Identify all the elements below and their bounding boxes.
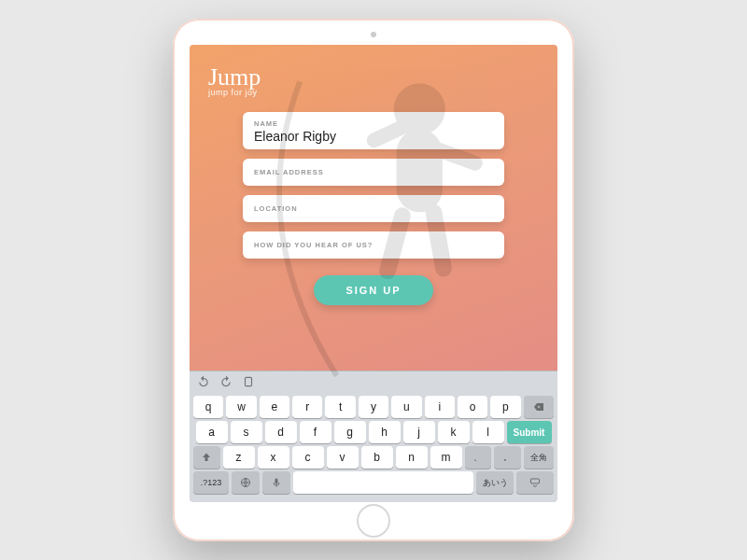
key-y[interactable]: y <box>359 396 388 418</box>
brand-tagline: jump for joy <box>208 88 539 97</box>
key-h[interactable]: h <box>369 421 401 443</box>
key-l[interactable]: l <box>472 421 504 443</box>
referral-field[interactable]: HOW DID YOU HEAR OF US? <box>243 231 504 259</box>
key-v[interactable]: v <box>327 446 359 469</box>
key-row-1: q w e r t y u i o p <box>193 396 554 418</box>
key-d[interactable]: d <box>265 421 297 443</box>
comma-key[interactable]: 、 <box>465 446 492 469</box>
period-key[interactable]: 。 <box>494 446 521 469</box>
key-g[interactable]: g <box>334 421 366 443</box>
signup-button[interactable]: SIGN UP <box>314 275 432 305</box>
front-camera <box>371 32 376 37</box>
location-field[interactable]: LOCATION <box>243 195 504 222</box>
key-m[interactable]: m <box>430 446 462 469</box>
key-j[interactable]: j <box>403 421 435 443</box>
signup-app: Jump jump for joy NAME Eleanor Rigby EMA… <box>190 45 557 371</box>
backspace-key[interactable] <box>524 396 554 418</box>
kana-key[interactable]: あいう <box>476 471 514 494</box>
submit-key[interactable]: Submit <box>507 421 552 443</box>
hide-keyboard-key[interactable] <box>516 471 554 494</box>
redo-icon[interactable] <box>219 375 233 388</box>
key-x[interactable]: x <box>258 446 289 469</box>
email-field[interactable]: EMAIL ADDRESS <box>243 159 504 186</box>
key-f[interactable]: f <box>300 421 331 443</box>
key-row-4: .?123 あいう <box>193 471 554 494</box>
space-key[interactable] <box>293 471 473 494</box>
mic-key[interactable] <box>262 471 290 494</box>
key-row-2: a s d f g h j k l Submit <box>193 421 554 443</box>
key-e[interactable]: e <box>260 396 289 418</box>
signup-form: NAME Eleanor Rigby EMAIL ADDRESS LOCATIO… <box>208 112 539 305</box>
ipad-frame: Jump jump for joy NAME Eleanor Rigby EMA… <box>173 19 574 541</box>
key-b[interactable]: b <box>361 446 393 469</box>
key-t[interactable]: t <box>325 396 355 418</box>
keyboard: q w e r t y u i o p <box>190 371 557 502</box>
key-u[interactable]: u <box>391 396 421 418</box>
key-q[interactable]: q <box>193 396 223 418</box>
field-label: LOCATION <box>254 204 493 213</box>
field-label: NAME <box>254 119 493 128</box>
field-label: HOW DID YOU HEAR OF US? <box>254 241 493 249</box>
key-o[interactable]: o <box>458 396 487 418</box>
svg-rect-6 <box>246 377 252 385</box>
name-field[interactable]: NAME Eleanor Rigby <box>243 112 504 149</box>
key-w[interactable]: w <box>226 396 256 418</box>
stage: Jump jump for joy NAME Eleanor Rigby EMA… <box>0 0 747 560</box>
key-k[interactable]: k <box>438 421 470 443</box>
svg-rect-9 <box>531 479 540 483</box>
undo-icon[interactable] <box>197 375 210 388</box>
numbers-key[interactable]: .?123 <box>193 471 229 494</box>
svg-rect-8 <box>275 479 278 484</box>
shift-key[interactable] <box>193 446 220 469</box>
key-n[interactable]: n <box>396 446 428 469</box>
key-c[interactable]: c <box>292 446 324 469</box>
zenkaku-key[interactable]: 全角 <box>524 446 554 469</box>
clipboard-icon[interactable] <box>242 375 255 388</box>
key-z[interactable]: z <box>223 446 255 469</box>
field-value: Eleanor Rigby <box>254 129 493 144</box>
key-i[interactable]: i <box>425 396 455 418</box>
key-s[interactable]: s <box>231 421 262 443</box>
key-a[interactable]: a <box>196 421 228 443</box>
key-row-3: z x c v b n m 、 。 全角 <box>193 446 554 469</box>
brand-logo: Jump <box>208 65 539 90</box>
brand-block: Jump jump for joy <box>208 65 539 97</box>
keyboard-toolbar <box>190 371 557 392</box>
keyboard-keys: q w e r t y u i o p <box>190 392 557 502</box>
key-r[interactable]: r <box>292 396 322 418</box>
screen: Jump jump for joy NAME Eleanor Rigby EMA… <box>190 45 557 502</box>
field-label: EMAIL ADDRESS <box>254 168 493 176</box>
globe-key[interactable] <box>232 471 260 494</box>
key-p[interactable]: p <box>490 396 520 418</box>
home-button[interactable] <box>357 504 390 538</box>
